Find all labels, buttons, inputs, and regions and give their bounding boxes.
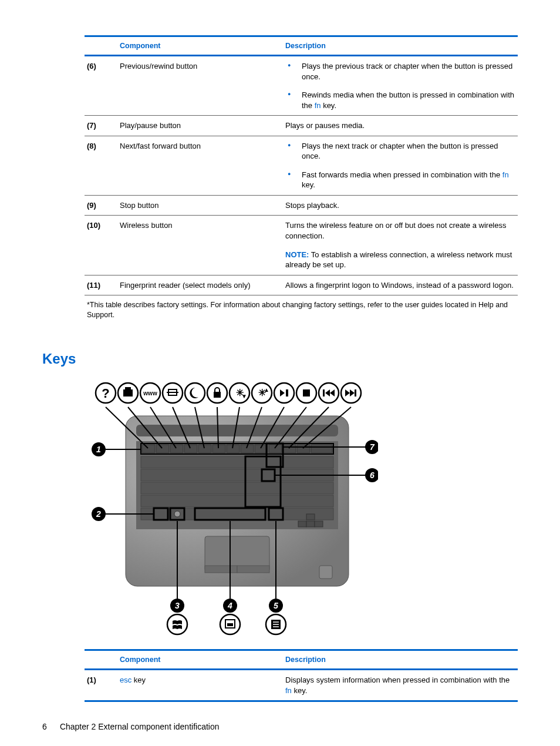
row-desc: Allows a fingerprint logon to Windows, i… [283,275,518,295]
row-comp: Fingerprint reader (select models only) [117,275,283,295]
svg-rect-16 [311,445,332,453]
svg-rect-1 [136,425,338,436]
row-comp: Stop button [117,195,283,216]
svg-text:6: 6 [370,471,375,480]
table-row: (6) Previous/rewind button Plays the pre… [85,56,518,116]
th-blank [85,650,117,669]
table-row: (11) Fingerprint reader (select models o… [85,275,518,295]
svg-rect-4 [142,445,155,453]
th-description: Description [283,36,518,56]
row-desc: Displays system information when pressed… [283,669,518,701]
page-footer: 6 Chapter 2 External component identific… [42,722,518,731]
section-heading-keys: Keys [42,351,518,367]
svg-rect-81 [286,389,288,396]
bullet-text-post: key. [321,101,337,110]
svg-text:www: www [143,390,157,396]
row-desc: Plays the previous track or chapter when… [283,56,518,116]
svg-text:2: 2 [96,509,101,519]
svg-rect-83 [323,389,325,396]
row-desc: Turns the wireless feature on or off but… [283,216,518,275]
svg-rect-5 [156,445,169,453]
note-label: NOTE: [285,250,309,259]
svg-text:▲: ▲ [264,387,269,393]
table-row: (10) Wireless button Turns the wireless … [85,216,518,275]
svg-rect-13 [269,445,282,453]
svg-rect-84 [355,389,356,396]
svg-rect-82 [303,389,310,396]
row-comp: Wireless button [117,216,283,275]
row-num: (1) [85,669,117,701]
svg-text:5: 5 [274,601,278,610]
row-num: (7) [85,116,117,136]
bullet-text-post: key. [302,180,315,189]
keys-diagram: ? www ✳▼ ✳▲ [85,378,518,636]
table-row: (9) Stop button Stops playback. [85,195,518,216]
row-num: (8) [85,136,117,195]
th-blank [85,36,117,56]
svg-rect-32 [306,521,315,527]
row-comp: Next/fast forward button [117,136,283,195]
table-row: (8) Next/fast forward button Plays the n… [85,136,518,195]
fn-key-ref: fn [315,101,321,110]
svg-rect-19 [141,482,333,494]
svg-point-61 [185,383,205,403]
svg-rect-36 [237,566,269,573]
comp-rest: key [131,676,146,684]
svg-text:▼: ▼ [241,393,247,399]
row-num: (9) [85,195,117,216]
svg-rect-31 [298,521,306,527]
table-footnote: *This table describes factory settings. … [85,295,518,322]
page-number: 6 [42,722,58,731]
bullet-text: Plays the next track or chapter when the… [302,142,498,161]
th-component: Component [117,36,283,56]
desc-pre: Displays system information when pressed… [285,676,510,684]
note-text: To establish a wireless connection, a wi… [285,250,512,270]
svg-rect-37 [319,566,332,579]
svg-rect-71 [125,387,131,391]
svg-rect-14 [283,445,296,453]
bullet-text: Fast forwards media when pressed in comb… [302,170,502,179]
svg-text:1: 1 [96,445,101,454]
desc-text: Turns the wireless feature on or off but… [285,220,515,241]
row-desc: Stops playback. [283,195,518,216]
svg-rect-6 [170,445,183,453]
fn-key-ref: fn [502,170,509,179]
components-table-2: Component Description (1) esc key Displa… [85,649,518,702]
svg-point-27 [174,511,180,517]
svg-rect-75 [214,392,221,398]
svg-text:4: 4 [227,601,232,610]
fn-key-ref: fn [285,686,292,695]
row-comp: esc key [117,669,283,701]
svg-rect-35 [205,566,237,573]
table-row: (1) esc key Displays system information … [85,669,518,701]
svg-text:7: 7 [370,442,375,452]
svg-rect-33 [315,521,323,527]
svg-rect-9 [212,445,225,453]
row-comp: Previous/rewind button [117,56,283,116]
row-comp: Play/pause button [117,116,283,136]
svg-text:?: ? [102,386,109,401]
esc-key-ref: esc [120,676,131,684]
svg-rect-20 [141,495,333,507]
row-num: (11) [85,275,117,295]
top-icon-row: ? www ✳▼ ✳▲ [96,383,361,403]
svg-rect-30 [306,514,315,520]
th-component: Component [117,650,283,669]
bullet-text: Plays the previous track or chapter when… [302,62,512,81]
svg-rect-17 [141,456,333,468]
row-desc: Plays the next track or chapter when the… [283,136,518,195]
svg-rect-7 [184,445,197,453]
svg-rect-15 [297,445,310,453]
svg-rect-8 [198,445,211,453]
components-table-1: Component Description (6) Previous/rewin… [85,35,518,322]
chapter-title: Chapter 2 External component identificat… [60,722,220,731]
row-num: (6) [85,56,117,116]
row-desc: Plays or pauses media. [283,116,518,136]
row-num: (10) [85,216,117,275]
table-row: (7) Play/pause button Plays or pauses me… [85,116,518,136]
svg-rect-103 [227,623,233,626]
th-description: Description [283,650,518,669]
svg-text:3: 3 [175,601,180,610]
desc-post: key. [292,686,308,695]
